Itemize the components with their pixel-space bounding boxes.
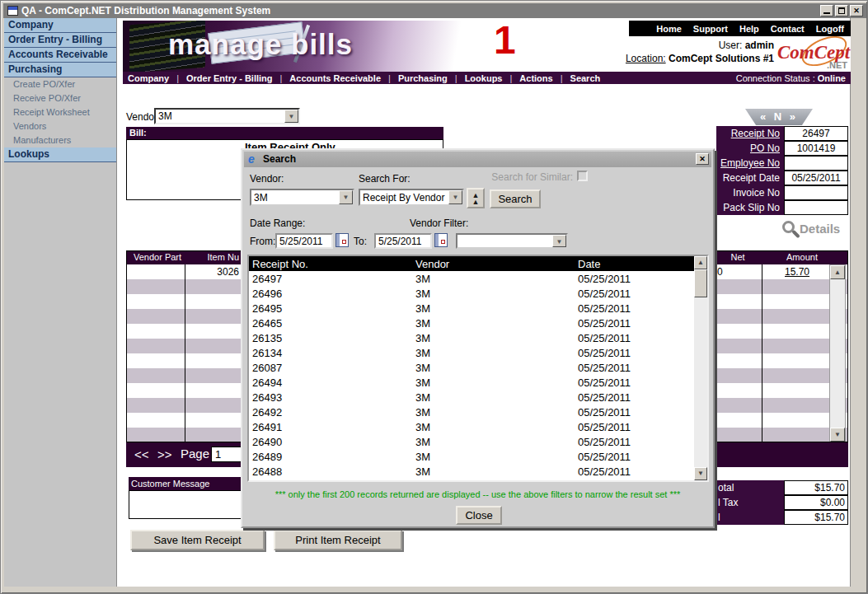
minimize-button[interactable] xyxy=(820,5,833,16)
double-up-arrow-button[interactable]: ▲ ▲ xyxy=(467,188,485,208)
link-contact[interactable]: Contact xyxy=(771,24,805,34)
tax-label: l Tax xyxy=(716,495,784,510)
employee-no-value[interactable] xyxy=(784,156,848,171)
maximize-button[interactable] xyxy=(835,5,848,16)
receipt-no-value[interactable]: 26497 xyxy=(784,126,848,141)
calendar-icon[interactable] xyxy=(335,233,349,247)
chevron-down-icon[interactable]: ▼ xyxy=(339,190,353,204)
nav-company[interactable]: Company xyxy=(128,73,169,83)
user-value: admin xyxy=(745,40,774,51)
scroll-down-icon[interactable]: ▼ xyxy=(694,467,707,480)
pack-slip-no-value[interactable] xyxy=(784,200,848,215)
invoice-no-value[interactable] xyxy=(784,185,848,200)
chevron-down-icon[interactable]: ▼ xyxy=(552,235,566,247)
top-links-bar: Home Support Help Contact Logoff xyxy=(629,21,851,36)
user-label: User: xyxy=(719,40,743,51)
link-support[interactable]: Support xyxy=(693,24,728,34)
calendar-icon[interactable] xyxy=(434,233,448,247)
next-page-button[interactable]: >> xyxy=(157,447,172,461)
sidebar-item-create-po-xfer[interactable]: Create PO/Xfer xyxy=(4,77,116,91)
link-logoff[interactable]: Logoff xyxy=(816,24,844,34)
list-item[interactable]: 264883M05/25/2011 xyxy=(249,464,694,479)
list-item[interactable]: 264923M05/25/2011 xyxy=(249,405,694,419)
to-label: To: xyxy=(354,236,367,247)
details-button[interactable]: Details xyxy=(780,219,854,242)
list-item[interactable]: 264893M05/25/2011 xyxy=(249,449,694,464)
record-pager[interactable]: « N » xyxy=(745,109,813,125)
receipt-date-value[interactable]: 05/25/2011 xyxy=(784,171,848,185)
dialog-title: Search xyxy=(263,152,296,167)
chevron-down-icon[interactable]: ▼ xyxy=(284,110,298,123)
date-range-label: Date Range: xyxy=(250,217,305,229)
list-item[interactable]: 261343M05/25/2011 xyxy=(249,345,694,360)
nav-accounts-receivable[interactable]: Accounts Receivable xyxy=(289,73,381,83)
dialog-close-footer-button[interactable]: Close xyxy=(456,506,502,525)
subtotal-value: $15.70 xyxy=(784,480,848,495)
list-item[interactable]: 261353M05/25/2011 xyxy=(249,330,694,345)
vendor-filter-dropdown[interactable]: ▼ xyxy=(456,233,568,249)
sidebar-item-receive-po-xfer[interactable]: Receive PO/Xfer xyxy=(4,91,116,105)
location-link[interactable]: Location: xyxy=(626,53,666,64)
from-date-input[interactable] xyxy=(275,233,333,249)
dialog-close-button[interactable]: ✕ xyxy=(696,153,709,165)
dlg-vendor-dropdown[interactable]: 3M ▼ xyxy=(250,189,354,206)
col-vendor-part: Vendor Part xyxy=(134,252,181,262)
sidebar-item-company[interactable]: Company xyxy=(4,18,116,33)
dlg-search-for-label: Search For: xyxy=(359,173,411,185)
scrollbar-thumb[interactable] xyxy=(694,269,707,297)
nav-search[interactable]: Search xyxy=(570,73,601,83)
location-value: ComCept Solutions #1 xyxy=(669,53,774,64)
sidebar-item-manufacturers[interactable]: Manufacturers xyxy=(4,133,116,147)
nav-lookups[interactable]: Lookups xyxy=(465,73,503,83)
po-no-value[interactable]: 1001419 xyxy=(784,141,848,156)
list-item[interactable]: 264953M05/25/2011 xyxy=(249,301,694,316)
total-value: $15.70 xyxy=(784,510,848,525)
banner-title: manage bills xyxy=(168,28,353,61)
items-scrollbar[interactable]: ▲ ▼ xyxy=(829,264,846,442)
vendor-dropdown[interactable]: 3M ▼ xyxy=(154,108,300,124)
subtotal-label: otal xyxy=(716,480,784,495)
list-item[interactable]: 264933M05/25/2011 xyxy=(249,390,694,405)
close-button[interactable]: ✕ xyxy=(850,5,863,16)
list-item[interactable]: 264943M05/25/2011 xyxy=(249,375,694,390)
sidebar-item-receipt-worksheet[interactable]: Receipt Worksheet xyxy=(4,105,116,119)
search-button[interactable]: Search xyxy=(490,189,541,208)
window-icon xyxy=(7,6,18,16)
minimize-icon xyxy=(823,12,830,14)
vendor-filter-label: Vendor Filter: xyxy=(410,217,468,229)
col-item-number: Item Nu xyxy=(185,252,239,262)
list-item[interactable]: 260873M05/25/2011 xyxy=(249,360,694,375)
dialog-titlebar[interactable]: e Search ✕ xyxy=(244,152,711,167)
nav-actions[interactable]: Actions xyxy=(519,73,552,83)
search-for-dropdown[interactable]: Receipt By Vendor ▼ xyxy=(359,189,464,206)
col-amount: Amount xyxy=(777,252,827,262)
scroll-up-icon[interactable]: ▲ xyxy=(694,256,707,269)
list-item[interactable]: 264963M05/25/2011 xyxy=(249,286,694,301)
list-item[interactable]: 264973M05/25/2011 xyxy=(249,271,694,286)
scroll-down-icon[interactable]: ▼ xyxy=(830,428,845,442)
list-item[interactable]: 264913M05/25/2011 xyxy=(249,419,694,434)
link-home[interactable]: Home xyxy=(656,24,682,34)
sidebar-item-purchasing[interactable]: Purchasing xyxy=(4,63,116,77)
amount-link[interactable]: 15.70 xyxy=(785,266,809,278)
nav-purchasing[interactable]: Purchasing xyxy=(398,73,448,83)
link-help[interactable]: Help xyxy=(739,24,759,34)
scroll-up-icon[interactable]: ▲ xyxy=(830,265,845,279)
save-item-receipt-button[interactable]: Save Item Receipt xyxy=(130,530,265,550)
list-item[interactable]: 264873M05/25/2011 xyxy=(249,479,694,482)
results-scrollbar[interactable]: ▲ ▼ xyxy=(694,256,707,480)
list-item[interactable]: 264903M05/25/2011 xyxy=(249,434,694,449)
list-item[interactable]: 264653M05/25/2011 xyxy=(249,316,694,330)
nav-order-entry-billing[interactable]: Order Entry - Billing xyxy=(186,73,273,83)
sidebar-item-vendors[interactable]: Vendors xyxy=(4,119,116,133)
prev-page-button[interactable]: << xyxy=(134,447,149,461)
to-date-input[interactable] xyxy=(374,233,432,249)
col-net: Net xyxy=(715,252,761,262)
sidebar-item-order-entry-billing[interactable]: Order Entry - Billing xyxy=(4,33,116,48)
sidebar-item-accounts-receivable[interactable]: Accounts Receivable xyxy=(4,48,116,63)
maximize-icon xyxy=(838,7,845,14)
print-item-receipt-button[interactable]: Print Item Receipt xyxy=(274,530,402,550)
sidebar-item-lookups[interactable]: Lookups xyxy=(4,147,116,162)
chevron-down-icon[interactable]: ▼ xyxy=(448,190,462,204)
window-titlebar: QA - ComCept.NET Distribution Management… xyxy=(3,3,866,18)
